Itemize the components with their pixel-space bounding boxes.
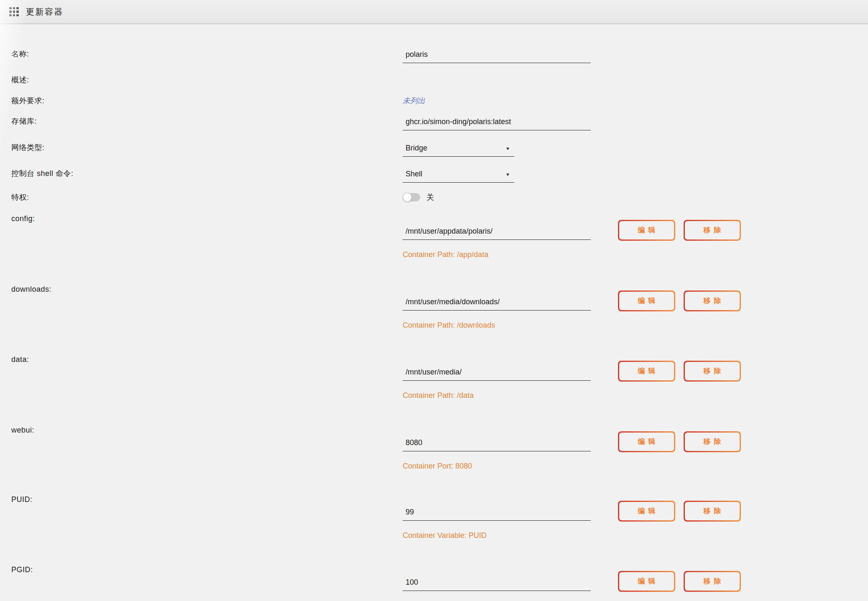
extra-requirements-link[interactable]: 未列出	[403, 95, 425, 106]
container-port-caption: Container Port: 8080	[403, 461, 868, 471]
remove-button[interactable]: 移除	[684, 220, 741, 241]
network-type-select[interactable]: Bridge ▼	[403, 142, 514, 157]
edit-button[interactable]: 编辑	[618, 501, 675, 522]
form-row-network-type: 网络类型: Bridge ▼	[0, 142, 868, 157]
downloads-host-path-input[interactable]	[403, 296, 591, 311]
data-label: data:	[0, 354, 403, 365]
name-label: 名称:	[0, 48, 403, 59]
form-row-privileged: 特权: 关	[0, 192, 868, 203]
remove-button[interactable]: 移除	[684, 431, 741, 452]
form-row-repository: 存储库:	[0, 116, 868, 130]
remove-button[interactable]: 移除	[684, 361, 741, 382]
network-type-label: 网络类型:	[0, 142, 403, 153]
repository-label: 存储库:	[0, 116, 403, 127]
data-host-path-input[interactable]	[403, 366, 591, 381]
console-shell-select[interactable]: Shell ▼	[403, 168, 514, 183]
mapping-row-data: data: 编辑 移除 Container Path: /data	[0, 354, 868, 401]
chevron-down-icon: ▼	[505, 146, 510, 150]
toggle-knob	[403, 193, 412, 202]
form-row-name: 名称:	[0, 48, 868, 63]
puid-value-input[interactable]	[403, 506, 591, 521]
edit-button[interactable]: 编辑	[618, 571, 675, 592]
edit-button[interactable]: 编辑	[618, 431, 675, 452]
container-path-caption: Container Path: /downloads	[403, 320, 868, 331]
console-shell-label: 控制台 shell 命令:	[0, 168, 403, 179]
form-row-overview: 概述:	[0, 74, 868, 85]
edit-button[interactable]: 编辑	[618, 361, 675, 382]
pgid-label: PGID:	[0, 564, 403, 575]
privileged-label: 特权:	[0, 192, 403, 203]
apps-grid-icon	[9, 7, 19, 17]
container-variable-caption: Container Variable: PUID	[403, 530, 868, 541]
repository-input[interactable]	[403, 116, 591, 130]
network-type-selected-value: Bridge	[406, 144, 427, 153]
edit-button[interactable]: 编辑	[618, 220, 675, 241]
privileged-toggle[interactable]	[403, 193, 420, 201]
remove-button[interactable]: 移除	[684, 571, 741, 592]
form-row-extra-requirements: 额外要求: 未列出	[0, 95, 868, 106]
privileged-state-label: 关	[426, 193, 434, 202]
page-title: 更新容器	[26, 6, 64, 18]
pgid-value-input[interactable]	[403, 576, 591, 591]
overview-label: 概述:	[0, 74, 403, 85]
config-label: config:	[0, 213, 403, 224]
edit-button[interactable]: 编辑	[618, 290, 675, 311]
container-path-caption: Container Path: /data	[403, 390, 868, 401]
webui-label: webui:	[0, 425, 403, 435]
page-header: 更新容器	[0, 0, 868, 24]
console-shell-selected-value: Shell	[406, 170, 422, 178]
webui-port-input[interactable]	[403, 437, 591, 451]
mapping-row-pgid: PGID: 编辑 移除 Container Variable: PGID	[0, 564, 868, 601]
mapping-row-puid: PUID: 编辑 移除 Container Variable: PUID	[0, 494, 868, 541]
remove-button[interactable]: 移除	[684, 501, 741, 522]
mapping-row-webui: webui: 编辑 移除 Container Port: 8080	[0, 425, 868, 471]
config-host-path-input[interactable]	[403, 225, 591, 240]
name-input[interactable]	[403, 48, 591, 63]
downloads-label: downloads:	[0, 284, 403, 295]
mapping-row-downloads: downloads: 编辑 移除 Container Path: /downlo…	[0, 284, 868, 331]
extra-requirements-label: 额外要求:	[0, 95, 403, 106]
container-settings-form: 名称: 概述: 额外要求: 未列出 存储库: 网络类型: Bridge ▼ 控制…	[0, 24, 868, 601]
chevron-down-icon: ▼	[505, 172, 510, 176]
container-path-caption: Container Path: /app/data	[403, 249, 868, 260]
remove-button[interactable]: 移除	[684, 290, 741, 311]
puid-label: PUID:	[0, 494, 403, 505]
mapping-row-config: config: 编辑 移除 Container Path: /app/data	[0, 213, 868, 260]
form-row-console-shell: 控制台 shell 命令: Shell ▼	[0, 168, 868, 183]
